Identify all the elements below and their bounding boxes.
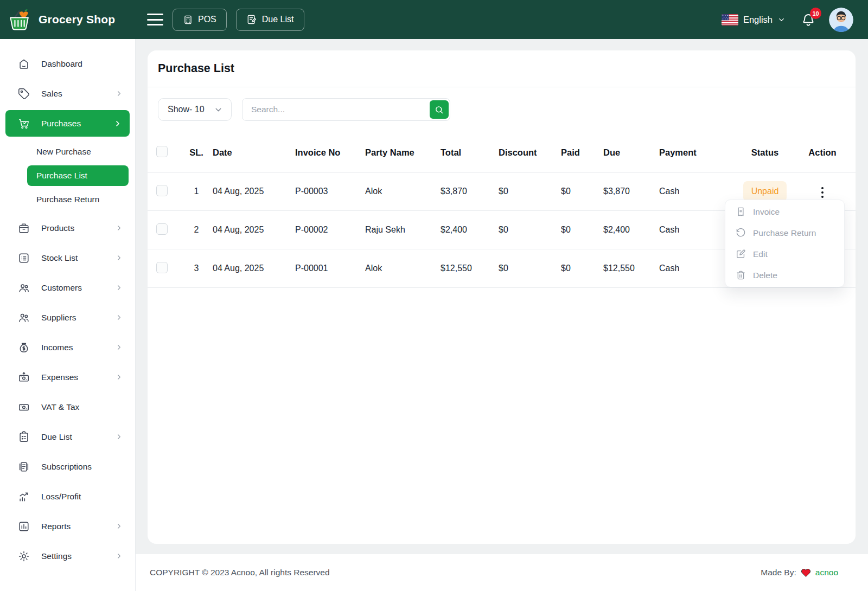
column-header: Status (730, 147, 800, 158)
brand: Grocery Shop (0, 7, 136, 32)
column-header: Action (800, 147, 845, 158)
heart-icon (801, 568, 811, 577)
sidebar-item-label: Loss/Profit (41, 492, 81, 502)
hamburger-menu-icon[interactable] (147, 14, 163, 25)
table-controls: Show- 10 (158, 98, 856, 121)
menu-item-delete[interactable]: Delete (725, 265, 844, 286)
column-header: Party Name (365, 147, 441, 158)
sidebar-item-suppliers[interactable]: Suppliers (0, 304, 135, 331)
gear-icon (18, 550, 30, 562)
trash-icon (736, 270, 746, 280)
made-by: Made By: acnoo (761, 568, 838, 577)
menu-item-invoice[interactable]: Invoice (725, 201, 844, 222)
chevron-right-icon (115, 89, 123, 98)
notification-count-badge: 10 (810, 8, 821, 19)
calculator-icon (183, 15, 193, 25)
sales-tag-icon (18, 88, 30, 100)
main-content: Purchase List Show- 10 (136, 39, 868, 591)
menu-item-edit[interactable]: Edit (725, 243, 844, 265)
chevron-right-icon (115, 254, 123, 262)
sidebar-item-stock-list[interactable]: Stock List (0, 245, 135, 271)
row-actions-kebab-icon[interactable] (817, 184, 828, 202)
sidebar-item-sales[interactable]: Sales (0, 80, 135, 107)
column-header: Paid (561, 147, 603, 158)
package-icon (18, 222, 30, 234)
sidebar-item-customers[interactable]: Customers (0, 274, 135, 301)
rotate-ccw-icon (736, 228, 746, 238)
select-row-checkbox[interactable] (156, 262, 168, 273)
sidebar-item-expenses[interactable]: Expenses (0, 364, 135, 390)
show-entries-select[interactable]: Show- 10 (158, 98, 232, 121)
sidebar-item-label: Incomes (41, 343, 73, 352)
purchases-submenu: New Purchase Purchase List Purchase Retu… (0, 140, 135, 211)
sidebar-item-subscriptions[interactable]: Subscriptions (0, 453, 135, 480)
sidebar-item-label: Dashboard (41, 59, 82, 69)
invoice-icon (736, 207, 746, 217)
sidebar: Dashboard Sales Purchases New Purchase P… (0, 39, 136, 591)
money-bag-icon (18, 342, 30, 354)
chevron-down-icon (777, 16, 786, 24)
search-icon (435, 105, 444, 114)
sidebar-item-label: Expenses (41, 372, 78, 382)
sidebar-item-label: Customers (41, 283, 82, 293)
sidebar-item-settings[interactable]: Settings (0, 543, 135, 569)
user-avatar[interactable] (829, 8, 853, 32)
sidebar-item-loss-profit[interactable]: Loss/Profit (0, 483, 135, 510)
sidebar-item-label: Purchases (41, 119, 81, 129)
suppliers-users-icon (18, 312, 30, 324)
brand-name: Grocery Shop (39, 13, 115, 26)
users-icon (18, 282, 30, 294)
chevron-right-icon (115, 433, 123, 441)
list-icon (18, 252, 30, 264)
notifications-button[interactable]: 10 (801, 12, 816, 27)
sidebar-item-reports[interactable]: Reports (0, 513, 135, 539)
chevron-down-icon (214, 105, 223, 114)
topbar: Grocery Shop POS Due List (0, 0, 868, 39)
shopping-cart-icon (18, 118, 30, 130)
trend-chart-icon (18, 491, 30, 503)
chevron-right-icon (113, 119, 122, 128)
search-input[interactable] (242, 98, 450, 121)
sidebar-item-label: VAT & Tax (41, 402, 79, 412)
copyright-text: COPYRIGHT © 2023 Acnoo, All rights Reser… (150, 568, 330, 577)
submenu-item-purchase-return[interactable]: Purchase Return (0, 188, 135, 211)
made-by-brand-link[interactable]: acnoo (815, 568, 838, 577)
sidebar-item-incomes[interactable]: Incomes (0, 334, 135, 361)
menu-item-purchase-return[interactable]: Purchase Return (725, 222, 844, 243)
column-header: Invoice No (295, 147, 365, 158)
sidebar-item-vat-tax[interactable]: VAT & Tax (0, 394, 135, 420)
bar-chart-icon (18, 521, 30, 532)
due-list-button[interactable]: Due List (236, 9, 304, 31)
submenu-item-purchase-list[interactable]: Purchase List (27, 165, 129, 186)
sidebar-item-label: Due List (41, 432, 72, 442)
chevron-right-icon (115, 373, 123, 381)
banknote-arrow-icon (18, 371, 30, 383)
sidebar-item-purchases[interactable]: Purchases (5, 110, 130, 137)
topbar-right: English 10 (722, 8, 868, 32)
status-badge: Unpaid (743, 181, 787, 202)
sidebar-item-label: Settings (41, 551, 72, 561)
column-header: SL. (180, 147, 213, 158)
search-button[interactable] (430, 100, 449, 119)
sidebar-item-label: Sales (41, 89, 62, 99)
chevron-right-icon (115, 313, 123, 322)
submenu-item-new-purchase[interactable]: New Purchase (0, 140, 135, 164)
clipboard-icon (18, 431, 30, 443)
select-row-checkbox[interactable] (156, 223, 168, 235)
language-selector[interactable]: English (722, 14, 786, 25)
receipt-icon (18, 461, 30, 473)
select-all-checkbox[interactable] (156, 146, 168, 157)
sidebar-item-due-list[interactable]: Due List (0, 423, 135, 450)
column-header: Payment (659, 147, 730, 158)
grocery-basket-logo-icon (7, 7, 33, 32)
sidebar-item-label: Suppliers (41, 313, 76, 323)
page-title: Purchase List (148, 50, 856, 87)
column-header: Discount (499, 147, 561, 158)
sidebar-item-dashboard[interactable]: Dashboard (0, 50, 135, 77)
sidebar-item-products[interactable]: Products (0, 215, 135, 241)
pos-button[interactable]: POS (173, 9, 227, 31)
select-row-checkbox[interactable] (156, 185, 168, 196)
search-box (242, 98, 450, 121)
footer: COPYRIGHT © 2023 Acnoo, All rights Reser… (136, 554, 868, 591)
column-header: Date (213, 147, 295, 158)
